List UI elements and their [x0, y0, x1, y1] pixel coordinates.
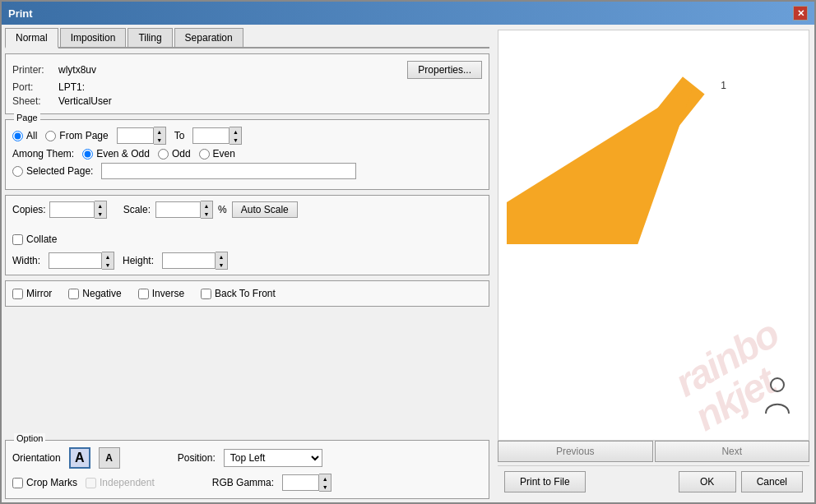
- collate-checkbox[interactable]: [12, 234, 23, 245]
- width-up[interactable]: ▲: [102, 252, 114, 261]
- back-to-front-checkbox[interactable]: [201, 289, 211, 299]
- to-page-up[interactable]: ▲: [230, 127, 241, 136]
- port-label: Port:: [12, 81, 53, 93]
- dialog-body: Normal Imposition Tiling Separation Prin…: [2, 25, 814, 502]
- back-to-front-item: Back To Front: [201, 288, 276, 299]
- tab-tiling[interactable]: Tiling: [128, 28, 172, 47]
- from-page-down[interactable]: ▼: [154, 136, 165, 144]
- selected-page-input[interactable]: [101, 163, 356, 179]
- independent-checkbox[interactable]: [86, 478, 96, 488]
- port-row: Port: LPT1:: [12, 81, 482, 93]
- copies-up[interactable]: ▲: [95, 201, 106, 210]
- radio-even-input[interactable]: [199, 149, 210, 160]
- radio-even-odd-input[interactable]: [82, 149, 93, 160]
- position-select[interactable]: Top Left Top Center Top Right Center Bot…: [224, 449, 322, 467]
- cancel-button[interactable]: Cancel: [741, 471, 803, 492]
- radio-even-label: Even: [213, 148, 235, 160]
- page-row1: All From Page 1 ▲ ▼ To: [12, 127, 482, 145]
- rgb-gamma-input[interactable]: 1.8: [282, 474, 319, 491]
- radio-all-input[interactable]: [12, 131, 23, 141]
- back-to-front-label: Back To Front: [215, 288, 276, 299]
- collate-row: Collate: [12, 234, 228, 245]
- radio-even-odd: Even & Odd: [82, 148, 150, 160]
- scale-down[interactable]: ▼: [201, 210, 212, 218]
- copies-scale-section: Copies: 1 ▲ ▼ Scale: 100 ▲: [5, 195, 489, 275]
- radio-from-label: From Page: [59, 130, 108, 141]
- copies-down[interactable]: ▼: [95, 210, 106, 218]
- options-row2: Crop Marks Independent RGB Gamma: 1.8 ▲ …: [12, 474, 482, 492]
- print-to-file-button[interactable]: Print to File: [504, 471, 586, 492]
- scale-label: Scale:: [123, 204, 151, 215]
- negative-item: Negative: [68, 288, 121, 299]
- printer-name: wlytx8uv: [58, 64, 96, 76]
- to-page-down[interactable]: ▼: [230, 136, 241, 144]
- width-spin: 152mm ▲ ▼: [49, 252, 114, 270]
- to-page-spinbtns: ▲ ▼: [230, 127, 242, 145]
- rgb-gamma-down[interactable]: ▼: [319, 483, 331, 491]
- width-spinbtns: ▲ ▼: [102, 252, 114, 270]
- rgb-gamma-label: RGB Gamma:: [212, 477, 274, 488]
- to-label: To: [174, 130, 185, 141]
- landscape-button[interactable]: A: [99, 447, 120, 469]
- svg-point-2: [771, 378, 784, 391]
- previous-button[interactable]: Previous: [498, 441, 653, 462]
- crop-marks-label: Crop Marks: [26, 477, 77, 488]
- printer-label: Printer:: [12, 64, 53, 76]
- negative-checkbox[interactable]: [68, 289, 79, 299]
- to-page-input[interactable]: 1: [192, 127, 230, 144]
- radio-from-input[interactable]: [45, 131, 56, 141]
- from-page-up[interactable]: ▲: [154, 127, 165, 136]
- copies-spinbtns: ▲ ▼: [95, 201, 107, 219]
- page-section: Page All From Page 1 ▲ ▼: [5, 119, 489, 190]
- properties-button[interactable]: Properties...: [407, 61, 482, 79]
- dialog-title: Print: [8, 7, 33, 20]
- width-down[interactable]: ▼: [102, 261, 114, 269]
- radio-selected-input[interactable]: [12, 166, 23, 177]
- options-section: Option Orientation A A Position: Top Lef…: [5, 440, 489, 499]
- page-row3: Selected Page:: [12, 163, 482, 179]
- inverse-checkbox[interactable]: [138, 289, 149, 299]
- copies-input[interactable]: 1: [49, 201, 95, 218]
- bottom-right-btns: OK Cancel: [679, 471, 803, 492]
- radio-selected-label: Selected Page:: [26, 165, 93, 177]
- height-input[interactable]: 108.3mm: [162, 252, 216, 269]
- left-panel: Normal Imposition Tiling Separation Prin…: [2, 25, 493, 502]
- tab-separation[interactable]: Separation: [174, 28, 243, 47]
- print-dialog: Print ✕ Normal Imposition Tiling Separat…: [0, 0, 816, 504]
- bottom-main-buttons: Print to File OK Cancel: [498, 465, 809, 497]
- tab-normal[interactable]: Normal: [5, 28, 58, 49]
- position-select-group: Top Left Top Center Top Right Center Bot…: [224, 449, 322, 467]
- preview-area: 1 rainbonkjet: [498, 30, 809, 441]
- collate-wh: Collate Width: 152mm ▲ ▼ Height:: [12, 230, 228, 270]
- independent-label: Independent: [100, 477, 155, 488]
- ok-button[interactable]: OK: [679, 471, 736, 492]
- sheet-label: Sheet:: [12, 95, 53, 107]
- portrait-button[interactable]: A: [69, 447, 90, 469]
- close-button[interactable]: ✕: [793, 6, 808, 21]
- radio-all: All: [12, 130, 37, 141]
- arrow-overlay: [507, 39, 712, 244]
- scale-up[interactable]: ▲: [201, 201, 212, 210]
- height-down[interactable]: ▼: [216, 261, 227, 269]
- from-page-input[interactable]: 1: [117, 127, 154, 144]
- rgb-gamma-spin: 1.8 ▲ ▼: [282, 474, 332, 492]
- among-label: Among Them:: [12, 148, 74, 160]
- page-row2: Among Them: Even & Odd Odd Even: [12, 148, 482, 160]
- copies-group: Copies: 1 ▲ ▼: [12, 201, 107, 219]
- prev-next-row: Previous Next: [498, 441, 809, 462]
- scale-input[interactable]: 100: [155, 201, 201, 218]
- next-button[interactable]: Next: [655, 441, 810, 462]
- width-input[interactable]: 152mm: [49, 252, 102, 269]
- from-page-spinbtns: ▲ ▼: [154, 127, 166, 145]
- tab-imposition[interactable]: Imposition: [60, 28, 127, 47]
- mirror-checkbox[interactable]: [12, 289, 23, 299]
- printer-row: Printer: wlytx8uv Properties...: [12, 61, 482, 79]
- auto-scale-button[interactable]: Auto Scale: [232, 201, 298, 218]
- radio-odd-input[interactable]: [158, 149, 169, 160]
- rgb-gamma-up[interactable]: ▲: [319, 474, 331, 483]
- crop-marks-checkbox[interactable]: [12, 478, 23, 488]
- height-up[interactable]: ▲: [216, 252, 227, 261]
- orientation-label: Orientation: [12, 452, 61, 464]
- height-spin: 108.3mm ▲ ▼: [162, 252, 228, 270]
- radio-even-odd-label: Even & Odd: [96, 148, 150, 160]
